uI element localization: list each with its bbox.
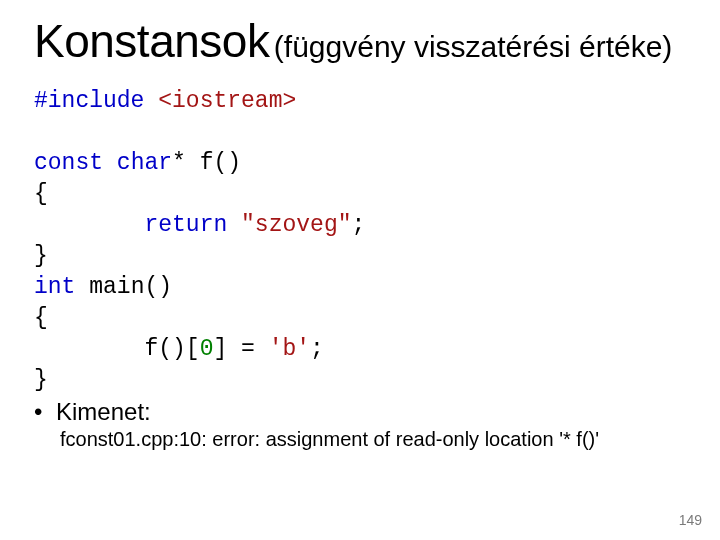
tok-fdecl: * f() (172, 150, 241, 176)
tok-call1: f()[ (144, 336, 199, 362)
tok-brace-close-1: } (34, 243, 48, 269)
tok-call2: ] = (213, 336, 268, 362)
code-block: #include <iostream> const char* f() { re… (34, 86, 686, 396)
tok-include: #include (34, 88, 144, 114)
title-main: Konstansok (34, 15, 269, 67)
output-bullet: •Kimenet: (34, 398, 686, 426)
tok-charlit: 'b' (269, 336, 310, 362)
page-number: 149 (679, 512, 702, 528)
tok-int: int (34, 274, 75, 300)
tok-string: "szoveg" (241, 212, 351, 238)
tok-brace-close-2: } (34, 367, 48, 393)
tok-brace-open-2: { (34, 305, 48, 331)
slide-body: Konstansok (függvény visszatérési értéke… (0, 0, 720, 451)
output-label: Kimenet: (56, 398, 151, 425)
tok-semi-2: ; (310, 336, 324, 362)
tok-zero: 0 (200, 336, 214, 362)
tok-return: return (144, 212, 227, 238)
tok-brace-open-1: { (34, 181, 48, 207)
tok-main: main() (75, 274, 172, 300)
tok-char: char (117, 150, 172, 176)
tok-header: <iostream> (158, 88, 296, 114)
tok-semi-1: ; (351, 212, 365, 238)
slide-title: Konstansok (függvény visszatérési értéke… (34, 14, 686, 68)
bullet-dot-icon: • (34, 398, 56, 426)
tok-const: const (34, 150, 103, 176)
compiler-error-line: fconst01.cpp:10: error: assignment of re… (60, 428, 686, 451)
title-sub: (függvény visszatérési értéke) (274, 30, 673, 63)
